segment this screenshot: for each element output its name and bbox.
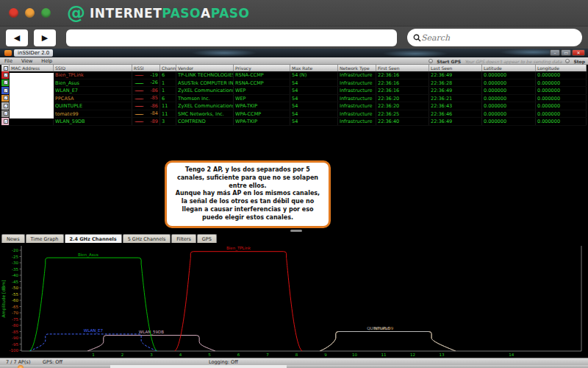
privacy-cell: WEP (234, 95, 290, 102)
column-last-seen[interactable]: Last Seen (429, 65, 482, 71)
forward-button[interactable]: ▶ (34, 29, 56, 46)
row-checkbox[interactable]: ✓ (1, 102, 10, 110)
minimize-traffic-light-icon[interactable] (25, 8, 35, 18)
svg-text:13: 13 (439, 353, 444, 357)
svg-text:7: 7 (266, 353, 269, 357)
ssid-cell: WLAN_59DB (54, 118, 132, 125)
tab-5ghz-channels[interactable]: 5 GHz Channels (123, 234, 171, 243)
window-titlebar[interactable]: inSSIDer 2.0 – ▭ ✕ (0, 49, 588, 57)
at-icon: @ (67, 4, 85, 22)
channel-cell: 6 (160, 95, 176, 102)
column-select-all[interactable]: ✓ (1, 65, 10, 71)
logo-word-paso2: PASO (211, 6, 250, 21)
last-seen-cell: 22:36:21 (429, 95, 482, 102)
table-row[interactable]: ✓WLAN_59DB-893COMTRENDWPA-TKIP54Infrastr… (1, 118, 587, 126)
privacy-cell: WPA-TKIP (234, 118, 290, 125)
last-seen-cell: 22:36:43 (429, 102, 482, 110)
menu-view[interactable]: View (17, 58, 37, 64)
svg-text:8: 8 (295, 353, 298, 357)
rssi-sparkline-icon (135, 74, 144, 76)
row-checkbox[interactable]: ✓ (1, 79, 10, 87)
network-type-cell: Infrastructure (338, 110, 376, 118)
table-row[interactable]: ✓QUINTUPLE-8611ZyXEL Communications Corp… (1, 102, 587, 110)
logo-word-internet: INTERNET (90, 6, 162, 21)
ssid-cell: WLAN_E7 (54, 87, 132, 94)
latitude-cell: 0.000000 (482, 102, 536, 110)
table-row[interactable]: ✓WLAN_E7-861ZyXEL Communications Corp...… (1, 87, 587, 95)
svg-text:WLAN_E7: WLAN_E7 (84, 328, 104, 333)
svg-text:-95: -95 (12, 342, 18, 347)
table-row[interactable]: ✓Bien_Asus-261ASUSTek COMPUTER INC.RSNA-… (1, 79, 587, 88)
rssi-cell: -26 (132, 79, 160, 87)
browser-titlebar: @ INTERNETPASOAPASO (0, 0, 588, 26)
channel-graph: Amplitude [dBm]-20-25-30-35-40-45-50-55-… (0, 243, 588, 358)
column-max-rate[interactable]: Max Rate (290, 65, 338, 71)
zoom-traffic-light-icon[interactable] (41, 8, 51, 18)
svg-text:WLAN_59DB: WLAN_59DB (139, 330, 164, 335)
start-orb-icon[interactable] (18, 365, 24, 368)
column-vendor[interactable]: Vendor (176, 65, 234, 71)
first-seen-cell: 22:36:20 (376, 95, 429, 102)
tab-filters[interactable]: Filters (171, 234, 196, 243)
os-taskbar[interactable] (0, 365, 588, 368)
logo-word-paso1: PASO (162, 6, 201, 21)
svg-text:-70: -70 (12, 311, 18, 315)
network-table-body: ✓Bien_TPLink-196TP-LINK TECHNOLOGIES C..… (1, 71, 587, 126)
network-type-cell: Infrastructure (338, 87, 376, 94)
row-checkbox[interactable]: ✓ (1, 110, 10, 118)
start-gps-icon (429, 59, 433, 63)
menu-file[interactable]: File (0, 58, 17, 64)
tab-news[interactable]: News (1, 234, 25, 243)
max-rate-cell: 54 (290, 87, 338, 94)
row-checkbox[interactable]: ✓ (1, 87, 10, 94)
row-checkbox[interactable]: ✓ (1, 95, 10, 102)
vendor-cell: ASUSTek COMPUTER INC. (176, 79, 234, 87)
search-input[interactable] (421, 33, 561, 43)
row-checkbox[interactable]: ✓ (1, 71, 10, 79)
close-button[interactable]: ✕ (572, 49, 585, 56)
column-network-type[interactable]: Network Type (338, 65, 376, 71)
svg-text:-20: -20 (12, 248, 18, 252)
column-latitude[interactable]: Latitude (482, 65, 536, 71)
column-longitude[interactable]: Longitude (536, 65, 587, 71)
longitude-cell: 0.000000 (536, 71, 587, 79)
max-rate-cell: 54 (290, 110, 338, 118)
column-rssi[interactable]: RSSI (132, 65, 160, 71)
start-gps-button[interactable]: Start GPS (437, 59, 461, 64)
max-rate-cell: 54 (290, 102, 338, 110)
table-row[interactable]: ✓tomate99-8411SMC Networks, Inc.WPA-CCMP… (1, 110, 587, 118)
svg-text:14: 14 (509, 353, 514, 357)
vendor-cell: ZyXEL Communications Corp... (176, 87, 234, 94)
search-box[interactable] (407, 29, 582, 46)
splitter-grip[interactable] (290, 230, 302, 232)
column-privacy[interactable]: Privacy (234, 65, 290, 71)
ssid-cell: PPCASA (54, 95, 132, 102)
column-channel[interactable]: Channel (160, 65, 176, 71)
last-seen-cell: 22:36:46 (429, 110, 482, 118)
table-row[interactable]: ✓Bien_TPLink-196TP-LINK TECHNOLOGIES C..… (1, 71, 587, 79)
stop-button[interactable]: Stop (573, 59, 585, 64)
column-first-seen[interactable]: First Seen (376, 65, 429, 71)
latitude-cell: 0.000000 (482, 71, 536, 79)
channel-cell: 11 (160, 102, 176, 110)
close-traffic-light-icon[interactable] (9, 8, 18, 18)
rssi-cell: -85 (132, 95, 160, 102)
vendor-cell: ZyXEL Communications Corp... (176, 102, 234, 110)
menu-help[interactable]: Help (37, 58, 57, 64)
column-mac-address[interactable]: MAC Address (10, 65, 54, 71)
tab-gps[interactable]: GPS (197, 234, 217, 243)
taskbar-item[interactable] (110, 365, 287, 368)
network-type-cell: Infrastructure (338, 118, 376, 125)
inssider-app-icon (4, 50, 12, 56)
table-row[interactable]: ✓PPCASA-856Thomson Inc.WEP54Infrastructu… (1, 95, 587, 103)
tab-time-graph[interactable]: Time Graph (26, 234, 64, 243)
minimize-button[interactable]: – (550, 49, 560, 56)
maximize-button[interactable]: ▭ (561, 49, 571, 56)
svg-text:-80: -80 (12, 323, 18, 328)
column-ssid[interactable]: SSID (54, 65, 132, 71)
back-button[interactable]: ◀ (6, 29, 28, 46)
tab-24ghz-channels[interactable]: 2.4 GHz Channels (65, 234, 122, 243)
row-checkbox[interactable]: ✓ (1, 118, 10, 125)
svg-text:-60: -60 (12, 298, 18, 302)
url-input[interactable] (66, 29, 397, 46)
